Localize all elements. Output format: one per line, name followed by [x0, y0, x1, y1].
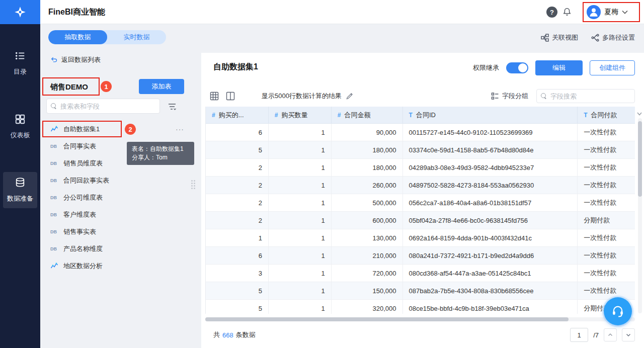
table-cell: 320,000 — [332, 300, 403, 314]
edit-pencil-icon[interactable] — [346, 93, 353, 100]
vertical-scrollbar[interactable] — [638, 118, 642, 313]
primary-sidebar: 目录 仪表板 数据准备 — [0, 24, 40, 348]
list-item-label: 销售员维度表 — [63, 159, 103, 168]
db-table-icon: DB — [50, 212, 59, 217]
scroll-down-icon[interactable] — [636, 110, 643, 117]
tab-extract-data[interactable]: 抽取数据 — [48, 30, 107, 44]
column-header[interactable]: T合同付款 — [578, 107, 635, 123]
edit-button[interactable]: 编辑 — [535, 60, 583, 75]
tab-realtime-data[interactable]: 实时数据 — [107, 30, 166, 44]
panel-search-input[interactable] — [60, 103, 146, 110]
view-links: 关联视图 多路径设置 — [541, 33, 635, 42]
column-header[interactable]: #购买数量 — [269, 107, 332, 123]
table-list-item[interactable]: DB产品名称维度 — [40, 240, 191, 257]
permission-toggle[interactable] — [506, 62, 528, 73]
table-row[interactable]: 6190,00000115727-e145-44c0-9102-11052369… — [206, 124, 635, 141]
vertical-scroll-thumb[interactable] — [638, 121, 642, 197]
table-row[interactable]: 11130,0000692a164-8159-4dda-901b-4003f43… — [206, 229, 635, 247]
horizontal-scroll-thumb[interactable] — [205, 317, 569, 321]
column-header[interactable]: #购买的... — [206, 107, 269, 123]
db-table-icon: DB — [50, 246, 59, 251]
dataset-list-item[interactable]: 地区数据分析 — [40, 257, 191, 275]
table-cell: 一次性付款 — [578, 177, 635, 194]
panel-search-box[interactable] — [46, 99, 160, 114]
data-table: #购买的...#购买数量#合同金额T合同IDT合同付款 6190,0000011… — [205, 107, 635, 314]
table-row[interactable]: 51150,000087bab2a-7b5e-4304-808a-830b685… — [206, 282, 635, 300]
field-group-icon — [491, 92, 499, 100]
notification-bell-icon[interactable] — [561, 7, 573, 18]
field-search-box[interactable] — [536, 89, 635, 103]
next-page-button[interactable] — [622, 328, 635, 341]
column-view-icon[interactable] — [225, 91, 235, 101]
table-row[interactable]: 51180,00003374c0e-59d1-4158-8ab5-67b48d8… — [206, 141, 635, 159]
column-header-label: 购买的... — [219, 111, 244, 120]
relation-view-icon — [541, 34, 549, 42]
list-item-label: 分公司维度表 — [63, 193, 103, 202]
table-body: 6190,00000115727-e145-44c0-9102-11052369… — [206, 124, 635, 314]
table-cell: 6 — [206, 247, 269, 264]
create-component-button[interactable]: 创建组件 — [590, 60, 635, 75]
back-to-list-link[interactable]: 返回数据列表 — [50, 55, 101, 64]
sidebar-item-directory[interactable]: 目录 — [3, 45, 37, 81]
table-cell: 90,000 — [332, 124, 403, 141]
field-group-button[interactable]: 字段分组 — [491, 92, 528, 101]
table-cell: 5 — [206, 282, 269, 299]
text-field-icon: T — [584, 112, 587, 119]
table-cell: 080a241d-7372-4921-b171-b9ed2d4a9dd6 — [403, 247, 578, 264]
help-icon[interactable]: ? — [546, 7, 557, 18]
table-cell: 1 — [206, 229, 269, 246]
relation-view-link[interactable]: 关联视图 — [541, 33, 578, 42]
table-toolbar: 显示5000行数据计算的结果 — [209, 89, 353, 104]
table-list-item[interactable]: DB销售事实表 — [40, 223, 191, 240]
table-cell: 08ce15be-bbfd-4c9b-b18f-39eb03e471ca — [403, 300, 578, 314]
more-icon[interactable]: ··· — [176, 125, 184, 133]
table-list-item[interactable]: DB合同回款事实表 — [40, 172, 191, 189]
table-row[interactable]: 21260,00004897502-5828-4273-8184-553aa05… — [206, 177, 635, 194]
sidebar-item-data-prep[interactable]: 数据准备 — [3, 172, 37, 208]
field-search-input[interactable] — [550, 93, 626, 100]
add-table-button[interactable]: 添加表 — [139, 79, 184, 94]
list-item-label: 合同回款事实表 — [63, 176, 109, 185]
filter-sort-icon[interactable] — [167, 102, 177, 112]
table-cell: 一次性付款 — [578, 229, 635, 246]
panel-resize-handle[interactable] — [191, 180, 195, 189]
table-row[interactable]: 31720,000080cd368-af54-447a-a3ae-051425c… — [206, 265, 635, 282]
page-number-input[interactable] — [570, 328, 588, 342]
pagination: /7 — [570, 328, 635, 342]
list-item-label: 地区数据分析 — [63, 262, 103, 271]
table-cell: 6 — [206, 124, 269, 141]
horizontal-scrollbar[interactable] — [205, 317, 635, 321]
table-list-panel: 抽取数据 实时数据 返回数据列表 销售DEMO 添加表 自助数据集1···DB合… — [40, 24, 201, 348]
row-limit-text: 显示5000行数据计算的结果 — [262, 92, 342, 101]
support-chat-button[interactable] — [604, 297, 632, 325]
multipath-settings-link[interactable]: 多路径设置 — [591, 33, 635, 42]
table-cell: 1 — [269, 247, 332, 264]
grid-view-icon[interactable] — [209, 91, 219, 101]
table-row[interactable]: 21180,00004289ab3-08e3-49d3-9582-4dbb945… — [206, 159, 635, 177]
table-row[interactable]: 21600,00005bf042a-27f8-4e66-bc0c-9638145… — [206, 212, 635, 229]
previous-page-button[interactable] — [604, 328, 617, 341]
search-icon — [51, 103, 57, 109]
numeric-field-icon: # — [338, 112, 341, 119]
user-menu[interactable]: 夏梅 — [587, 4, 628, 20]
table-row[interactable]: 51320,00008ce15be-bbfd-4c9b-b18f-39eb03e… — [206, 300, 635, 314]
column-header[interactable]: T合同ID — [403, 107, 578, 123]
column-header-label: 合同金额 — [344, 111, 370, 120]
sidebar-item-dashboard[interactable]: 仪表板 — [3, 109, 37, 145]
dashboard-grid-icon — [15, 114, 26, 125]
table-cell: 04897502-5828-4273-8184-553aa0562930 — [403, 177, 578, 194]
finebi-logo[interactable] — [0, 0, 40, 24]
table-row[interactable]: 61210,000080a241d-7372-4921-b171-b9ed2d4… — [206, 247, 635, 265]
table-list-item[interactable]: DB客户维度表 — [40, 206, 191, 223]
dataset-list-item[interactable]: 自助数据集1··· — [40, 121, 191, 138]
table-row[interactable]: 21500,000056c2ca7-a186-40a4-a8a6-01b3815… — [206, 194, 635, 212]
dataset-chart-icon — [50, 262, 58, 270]
table-cell: 2 — [206, 194, 269, 211]
table-list-item[interactable]: DB分公司维度表 — [40, 189, 191, 206]
table-cell: 720,000 — [332, 265, 403, 282]
column-header[interactable]: #合同金额 — [332, 107, 403, 123]
multipath-label: 多路径设置 — [602, 33, 635, 42]
table-cell: 180,000 — [332, 141, 403, 158]
db-table-icon: DB — [50, 144, 59, 149]
annotation-step-2-badge: 2 — [125, 124, 136, 135]
